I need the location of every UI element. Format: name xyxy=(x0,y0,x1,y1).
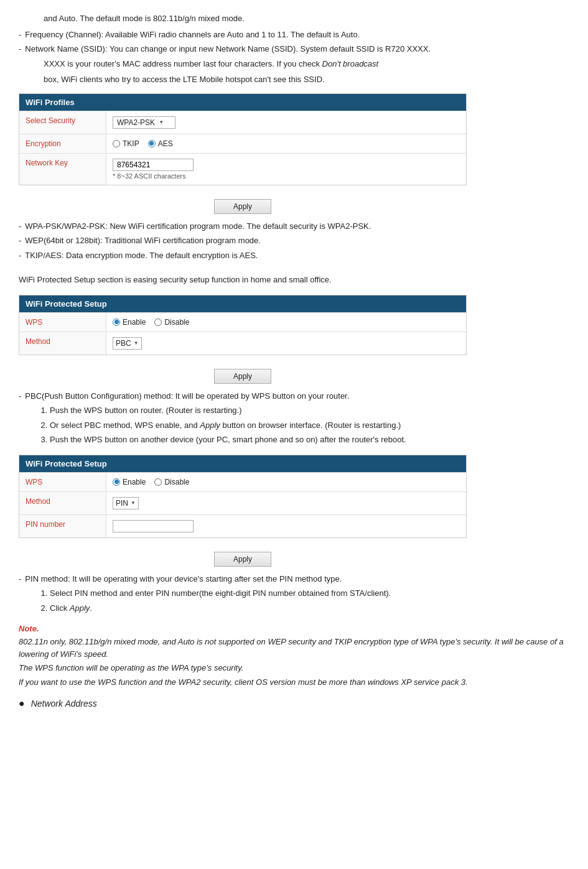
network-key-hint: * 8~32 ASCII characters xyxy=(113,172,186,180)
wps2-enable-option[interactable]: Enable xyxy=(113,478,146,486)
wps1-method-row: Method PBC xyxy=(19,332,466,355)
security-note-2: - WEP(64bit or 128bit): Traditional WiFi… xyxy=(19,235,569,247)
apply-button-1[interactable]: Apply xyxy=(214,199,271,214)
pin-step-2: Click Apply. xyxy=(50,602,569,615)
network-key-value: * 8~32 ASCII characters xyxy=(106,154,466,185)
network-key-input[interactable] xyxy=(113,159,194,171)
select-security-row: Select Security WPA2-PSK xyxy=(19,111,466,134)
encryption-tkip-option[interactable]: TKIP xyxy=(113,139,139,148)
encryption-aes-option[interactable]: AES xyxy=(148,139,173,148)
wps2-radio-group[interactable]: Enable Disable xyxy=(113,478,189,486)
encryption-value: TKIP AES xyxy=(106,134,466,153)
pin-intro-line: - PIN method: It will be operating with … xyxy=(19,573,569,585)
encryption-aes-radio[interactable] xyxy=(148,140,156,147)
wps2-method-row: Method PIN xyxy=(19,491,466,514)
note-title: Note. xyxy=(19,624,569,633)
wps2-method-label: Method xyxy=(19,492,106,514)
pin-step-1: Select PIN method and enter PIN number(t… xyxy=(50,587,569,600)
select-security-label: Select Security xyxy=(19,111,106,134)
wifi-profiles-table: WiFi Profiles Select Security WPA2-PSK E… xyxy=(19,93,467,185)
network-address-label: Network Address xyxy=(31,699,97,709)
wifi-profiles-header: WiFi Profiles xyxy=(19,94,466,111)
wps1-radio-group[interactable]: Enable Disable xyxy=(113,318,189,327)
encryption-label: Encryption xyxy=(19,134,106,153)
pbc-step-2: Or select PBC method, WPS enable, and Ap… xyxy=(50,419,569,432)
wps1-header: WiFi Protected Setup xyxy=(19,295,466,312)
wps1-method-select[interactable]: PBC xyxy=(113,337,142,350)
wps2-disable-radio[interactable] xyxy=(154,478,162,486)
intro-frequency: - Frequency (Channel): Available WiFi ra… xyxy=(19,29,569,41)
wps2-enable-value: Enable Disable xyxy=(106,473,466,491)
note-line-2: The WPS function will be operating as th… xyxy=(19,662,569,674)
intro-ssid-cont1: XXXX is your router's MAC address number… xyxy=(44,58,569,70)
wps2-enable-row: WPS Enable Disable xyxy=(19,472,466,491)
wps1-enable-option[interactable]: Enable xyxy=(113,318,146,327)
wps1-enable-value: Enable Disable xyxy=(106,313,466,332)
wps2-pin-label: PIN number xyxy=(19,515,106,537)
intro-ssid: - Network Name (SSID): You can change or… xyxy=(19,43,569,55)
note-line-3: If you want to use the WPS function and … xyxy=(19,676,569,689)
wps2-disable-option[interactable]: Disable xyxy=(154,478,189,486)
wps2-pin-value[interactable] xyxy=(106,515,466,537)
wps1-enable-row: WPS Enable Disable xyxy=(19,312,466,332)
intro-line1: and Auto. The default mode is 802.11b/g/… xyxy=(44,12,569,25)
encryption-radio-group[interactable]: TKIP AES xyxy=(113,139,173,148)
note-line-1: 802.11n only, 802.11b/g/n mixed mode, an… xyxy=(19,636,569,660)
apply-button-wrap-2: Apply xyxy=(19,363,467,390)
security-note-3: - TKIP/AES: Data encryption mode. The de… xyxy=(19,249,569,262)
wps1-enable-label: WPS xyxy=(19,313,106,332)
wifi-protected-setup-table-1: WiFi Protected Setup WPS Enable Disable … xyxy=(19,295,467,355)
network-key-row: Network Key * 8~32 ASCII characters xyxy=(19,153,466,185)
encryption-row: Encryption TKIP AES xyxy=(19,134,466,153)
bottom-bullet: ● Network Address xyxy=(19,698,569,709)
wps2-pin-row: PIN number xyxy=(19,514,466,537)
pbc-steps-list: Push the WPS button on router. (Router i… xyxy=(50,404,569,446)
security-select[interactable]: WPA2-PSK xyxy=(113,116,175,129)
wps1-method-label: Method xyxy=(19,332,106,355)
wifi-protected-setup-table-2: WiFi Protected Setup WPS Enable Disable … xyxy=(19,455,467,538)
note-section: Note. 802.11n only, 802.11b/g/n mixed mo… xyxy=(19,624,569,688)
wps2-method-value[interactable]: PIN xyxy=(106,492,466,514)
wps1-method-value[interactable]: PBC xyxy=(106,332,466,355)
pin-steps-list: Select PIN method and enter PIN number(t… xyxy=(50,587,569,614)
wps2-method-select[interactable]: PIN xyxy=(113,497,139,509)
pbc-section: - PBC(Push Button Configuration) method:… xyxy=(19,390,569,446)
wps2-header: WiFi Protected Setup xyxy=(19,455,466,472)
wps2-enable-label: WPS xyxy=(19,473,106,491)
network-key-label: Network Key xyxy=(19,154,106,185)
apply-button-3[interactable]: Apply xyxy=(214,552,271,567)
encryption-tkip-radio[interactable] xyxy=(113,140,120,147)
wps-intro: WiFi Protected Setup section is easing s… xyxy=(19,274,569,286)
wps2-enable-radio[interactable] xyxy=(113,478,120,486)
intro-section: and Auto. The default mode is 802.11b/g/… xyxy=(19,12,569,86)
pbc-step-1: Push the WPS button on router. (Router i… xyxy=(50,404,569,417)
intro-ssid-cont2: box, WiFi clients who try to access the … xyxy=(44,73,569,86)
apply-button-2[interactable]: Apply xyxy=(214,369,271,384)
pbc-step-3: Push the WPS button on another device (y… xyxy=(50,434,569,446)
bullet-dot: ● xyxy=(19,698,25,709)
wps1-disable-option[interactable]: Disable xyxy=(154,318,189,327)
wps2-pin-input[interactable] xyxy=(113,520,194,532)
wps1-disable-radio[interactable] xyxy=(154,318,162,326)
pbc-intro-line: - PBC(Push Button Configuration) method:… xyxy=(19,390,569,402)
apply-button-wrap-1: Apply xyxy=(19,193,467,220)
apply-button-wrap-3: Apply xyxy=(19,546,467,573)
security-notes: - WPA-PSK/WPA2-PSK: New WiFi certificati… xyxy=(19,220,569,262)
security-note-1: - WPA-PSK/WPA2-PSK: New WiFi certificati… xyxy=(19,220,569,233)
select-security-value[interactable]: WPA2-PSK xyxy=(106,111,466,134)
wps1-enable-radio[interactable] xyxy=(113,318,120,326)
pin-section: - PIN method: It will be operating with … xyxy=(19,573,569,615)
